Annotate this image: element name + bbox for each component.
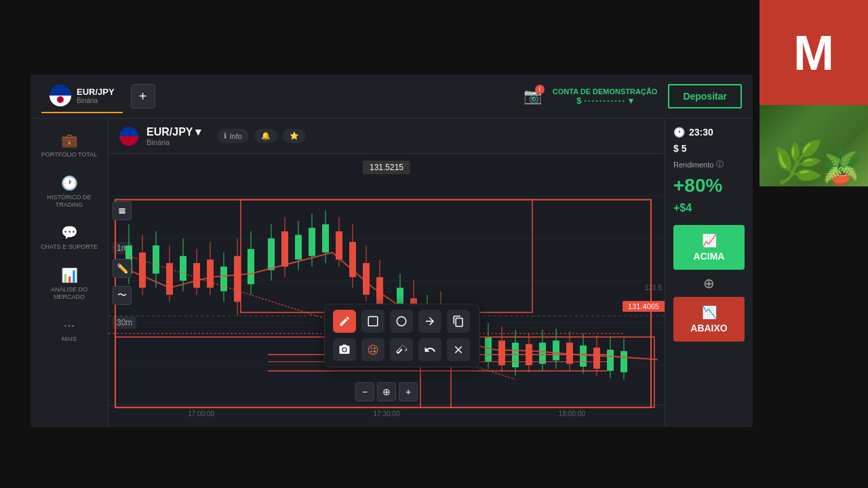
draw-color-button[interactable]: [361, 338, 384, 361]
pair-symbol: EUR/JPY: [146, 126, 193, 138]
sidebar-item-analysis[interactable]: 📊 ANÁLISE DO MERCADO: [31, 260, 108, 308]
svg-rect-22: [207, 260, 214, 288]
sidebar-label-more: MAIS: [62, 336, 77, 343]
pair-arrow-icon[interactable]: ▾: [195, 125, 201, 138]
draw-copy-button[interactable]: [447, 310, 470, 333]
svg-rect-38: [322, 224, 329, 253]
sidebar-label-portfolio: PORTFÓLIO TOTAL: [41, 151, 97, 159]
sidebar-label-chat: CHATS E SUPORTE: [41, 243, 98, 251]
wave-tool-icon: 〜: [113, 286, 132, 305]
draw-eraser-button[interactable]: [390, 338, 413, 361]
deposit-button[interactable]: Depositar: [668, 84, 742, 108]
svg-point-91: [397, 317, 406, 326]
draw-arrow-button[interactable]: [418, 310, 441, 333]
sidebar-item-history[interactable]: 🕐 HISTÓRICO DE TRADING: [31, 168, 108, 216]
symbol-name: EUR/JPY Binária: [77, 87, 115, 104]
trading-ui: EUR/JPY Binária + 📷 ! CONTA DE DEMONSTRA…: [31, 75, 753, 427]
time-axis: 17:00:00 17:30:00 18:00:00: [108, 405, 665, 422]
info-button[interactable]: ℹ Info: [217, 129, 248, 143]
svg-rect-40: [336, 231, 342, 260]
draw-pen-button[interactable]: [113, 201, 132, 220]
pair-info: EUR/JPY ▾ Binária: [146, 125, 201, 146]
abaixo-button[interactable]: 📉 ABAIXO: [673, 297, 745, 342]
time-label-1800: 18:00:00: [559, 410, 585, 418]
amount-value: $ 5: [673, 143, 686, 154]
demo-account[interactable]: CONTA DE DEMONSTRAÇÃO $ ··········· ▾: [553, 87, 658, 106]
draw-close-button[interactable]: [447, 338, 470, 361]
candlestick-chart: [108, 154, 665, 422]
expand-icon: ⊕: [673, 275, 745, 291]
star-icon: ⭐: [290, 131, 299, 140]
svg-rect-0: [119, 209, 125, 210]
chart-tools: ℹ Info 🔔 ⭐: [217, 129, 305, 143]
draw-rectangle-button[interactable]: [361, 310, 384, 333]
time-display: 🕐 23:30: [673, 127, 745, 138]
svg-rect-76: [593, 348, 600, 369]
demo-label: CONTA DE DEMONSTRAÇÃO: [553, 87, 658, 96]
acima-button[interactable]: 📈 ACIMA: [673, 225, 745, 270]
pair-name: EUR/JPY ▾: [146, 125, 201, 138]
draw-undo-button[interactable]: [418, 338, 441, 361]
favorites-button[interactable]: ⭐: [283, 129, 306, 143]
center-button[interactable]: ⊕: [377, 382, 396, 401]
pair-type-label: Binária: [146, 138, 201, 146]
screenshot-button[interactable]: 📷 !: [524, 87, 542, 105]
screen-wrapper: M EUR/JPY Binária + 📷 !: [0, 0, 868, 488]
zoom-in-button[interactable]: +: [399, 382, 418, 401]
left-sidebar: 💼 PORTFÓLIO TOTAL 🕐 HISTÓRICO DE TRADING…: [31, 119, 108, 427]
chevron-down-icon: ▾: [629, 96, 633, 106]
svg-point-94: [374, 347, 376, 349]
svg-rect-64: [512, 343, 519, 367]
time-value: 23:30: [689, 127, 713, 138]
svg-rect-28: [248, 249, 254, 284]
notifications-button[interactable]: 🔔: [254, 129, 277, 143]
svg-rect-68: [539, 343, 546, 364]
main-content: 💼 PORTFÓLIO TOTAL 🕐 HISTÓRICO DE TRADING…: [31, 119, 753, 427]
price-tooltip: 131.5215: [363, 161, 410, 174]
info-icon: ℹ: [224, 131, 226, 140]
info-label: Info: [229, 132, 241, 140]
balance-dots: ···········: [584, 96, 626, 106]
svg-rect-12: [139, 253, 146, 288]
svg-rect-14: [153, 245, 159, 274]
analysis-icon: 📊: [61, 267, 78, 283]
pencil-tool-button[interactable]: ✏️: [113, 259, 132, 278]
sidebar-item-chat[interactable]: 💬 CHATS E SUPORTE: [31, 218, 108, 258]
bell-icon: 🔔: [261, 131, 271, 140]
pencil-tool-icon: ✏️: [113, 259, 132, 278]
sidebar-item-portfolio[interactable]: 💼 PORTFÓLIO TOTAL: [31, 125, 108, 165]
user-avatar[interactable]: M: [760, 0, 868, 105]
svg-rect-30: [268, 239, 275, 270]
svg-point-95: [370, 350, 372, 352]
draw-circle-button[interactable]: [390, 310, 413, 333]
profit-display: +$4: [673, 202, 745, 214]
plant-decoration: [760, 105, 868, 186]
symbol-tab[interactable]: EUR/JPY Binária: [41, 79, 123, 113]
svg-rect-36: [309, 228, 315, 256]
amount-display[interactable]: $ 5: [673, 143, 745, 154]
acima-label: ACIMA: [694, 251, 725, 262]
svg-rect-1: [119, 210, 125, 211]
svg-rect-18: [180, 256, 186, 281]
wave-tool-button[interactable]: 〜: [113, 286, 132, 305]
percent-display: +80%: [673, 175, 745, 197]
alert-badge: !: [535, 85, 545, 94]
zoom-out-button[interactable]: −: [355, 382, 374, 401]
balance-row: $ ··········· ▾: [576, 96, 633, 106]
rendimento-info-icon: ⓘ: [716, 159, 724, 169]
pair-flag-icon: [119, 127, 138, 146]
draw-pencil-button[interactable]: [333, 310, 356, 333]
chart-header: EUR/JPY ▾ Binária ℹ Info 🔔: [108, 119, 665, 154]
symbol-flag-icon: [50, 85, 71, 106]
drawing-toolbar: [324, 304, 480, 367]
add-tab-button[interactable]: +: [131, 84, 155, 108]
sidebar-label-history: HISTÓRICO DE TRADING: [36, 194, 102, 209]
svg-rect-70: [553, 340, 559, 360]
svg-rect-66: [526, 344, 532, 365]
svg-rect-78: [607, 350, 614, 371]
sidebar-item-more[interactable]: ··· MAIS: [31, 310, 108, 350]
draw-screenshot-button[interactable]: [333, 338, 356, 361]
svg-point-92: [368, 345, 378, 354]
svg-rect-34: [295, 235, 302, 260]
svg-rect-90: [368, 317, 378, 326]
